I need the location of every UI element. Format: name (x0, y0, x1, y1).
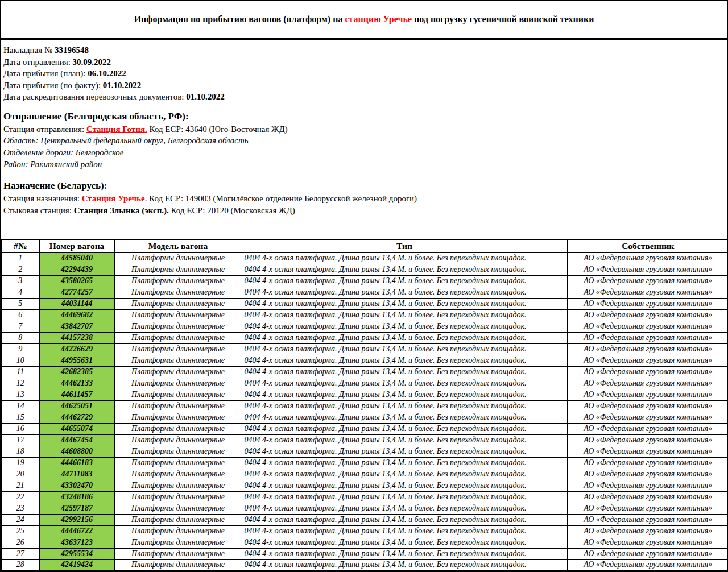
type-cell: 0404 4-х осная платформа. Длина рамы 13,… (242, 309, 567, 321)
model-cell: Платформы длинномерные (114, 389, 242, 400)
row-number-cell: 1 (1, 252, 39, 264)
model-cell: Платформы длинномерные (114, 480, 242, 491)
table-row: 844157238Платформы длинномерные0404 4-х … (1, 332, 728, 343)
row-number-cell: 18 (1, 446, 39, 457)
model-cell: Платформы длинномерные (114, 400, 242, 412)
wagon-number-cell: 42774257 (39, 287, 114, 298)
waybill-number-line: Накладная № 33196548 (3, 44, 725, 56)
document-body: Накладная № 33196548 Дата отправления: 3… (1, 40, 727, 239)
wagon-number-cell: 44462133 (39, 378, 114, 389)
destination-station-link[interactable]: Станция Уречье (82, 194, 145, 203)
type-cell: 0404 4-х осная платформа. Длина рамы 13,… (242, 264, 567, 275)
waybill-number-value: 33196548 (55, 45, 89, 55)
row-number-cell: 6 (1, 309, 39, 321)
model-cell: Платформы длинномерные (114, 264, 242, 275)
row-number-cell: 16 (1, 423, 39, 434)
document-page: Информация по прибытию вагонов (платформ… (0, 0, 728, 572)
wagon-number-cell: 42955534 (39, 548, 114, 559)
model-cell: Платформы длинномерные (114, 355, 242, 366)
uncredit-date-line: Дата раскредитования перевозочных докуме… (3, 91, 725, 103)
departure-district-line: Район: Ракитянский район (3, 159, 725, 171)
title-part1: Информация по прибытию вагонов (платформ… (134, 14, 345, 24)
wagon-number-cell: 43580265 (39, 275, 114, 287)
wagon-number-cell: 44462729 (39, 412, 114, 423)
type-cell: 0404 4-х осная платформа. Длина рамы 13,… (242, 514, 567, 525)
owner-cell: АО «Федеральная грузовая компания» (567, 343, 728, 355)
wagon-number-cell: 44608800 (39, 446, 114, 457)
model-cell: Платформы длинномерные (114, 252, 242, 264)
type-cell: 0404 4-х осная платформа. Длина рамы 13,… (242, 469, 567, 480)
model-cell: Платформы длинномерные (114, 446, 242, 457)
row-number-cell: 10 (1, 355, 39, 366)
departure-branch-line: Отделение дороги: Белгородское (3, 147, 725, 159)
model-cell: Платформы длинномерные (114, 412, 242, 423)
row-number-cell: 23 (1, 503, 39, 514)
row-number-cell: 14 (1, 400, 39, 412)
type-cell: 0404 4-х осная платформа. Длина рамы 13,… (242, 321, 567, 332)
type-cell: 0404 4-х осная платформа. Длина рамы 13,… (242, 434, 567, 446)
row-number-cell: 28 (1, 559, 39, 571)
type-cell: 0404 4-х осная платформа. Длина рамы 13,… (242, 355, 567, 366)
wagon-number-cell: 44585040 (39, 252, 114, 264)
model-cell: Платформы длинномерные (114, 366, 242, 378)
model-cell: Платформы длинномерные (114, 514, 242, 525)
table-row: 2643637123Платформы длинномерные0404 4-х… (1, 537, 728, 548)
departure-station-link[interactable]: Станция Готня. (86, 125, 147, 134)
table-row: 2742955534Платформы длинномерные0404 4-х… (1, 548, 728, 559)
owner-cell: АО «Федеральная грузовая компания» (567, 321, 728, 332)
model-cell: Платформы длинномерные (114, 525, 242, 537)
type-cell: 0404 4-х осная платформа. Длина рамы 13,… (242, 332, 567, 343)
owner-cell: АО «Федеральная грузовая компания» (567, 332, 728, 343)
arrival-plan-value: 06.10.2022 (88, 69, 126, 78)
junction-station-rest: Код ЕСР: 20120 (Московская ЖД) (169, 206, 295, 215)
table-row: 544031144Платформы длинномерные0404 4-х … (1, 298, 728, 309)
row-number-cell: 25 (1, 525, 39, 537)
departure-section-heading: Отправление (Белгородская область, РФ): (3, 110, 725, 123)
table-row: 144585040Платформы длинномерные0404 4-х … (1, 252, 728, 264)
table-row: 1044955631Платформы длинномерные0404 4-х… (1, 355, 728, 366)
wagon-number-cell: 44446722 (39, 525, 114, 537)
table-row: 2442992156Платформы длинномерные0404 4-х… (1, 514, 728, 525)
owner-cell: АО «Федеральная грузовая компания» (567, 378, 728, 389)
type-cell: 0404 4-х осная платформа. Длина рамы 13,… (242, 480, 567, 491)
owner-cell: АО «Федеральная грузовая компания» (567, 287, 728, 298)
model-cell: Платформы длинномерные (114, 298, 242, 309)
junction-station-label: Стыковая станция: (3, 206, 74, 215)
row-number-cell: 8 (1, 332, 39, 343)
row-number-cell: 5 (1, 298, 39, 309)
owner-cell: АО «Федеральная грузовая компания» (567, 309, 728, 321)
owner-cell: АО «Федеральная грузовая компания» (567, 400, 728, 412)
owner-cell: АО «Федеральная грузовая компания» (567, 412, 728, 423)
model-cell: Платформы длинномерные (114, 548, 242, 559)
type-cell: 0404 4-х осная платформа. Длина рамы 13,… (242, 446, 567, 457)
table-row: 1142682385Платформы длинномерные0404 4-х… (1, 366, 728, 378)
type-cell: 0404 4-х осная платформа. Длина рамы 13,… (242, 537, 567, 548)
model-cell: Платформы длинномерные (114, 559, 242, 571)
wagon-number-cell: 44466183 (39, 457, 114, 469)
departure-region-line: Область: Центральный федеральный округ, … (3, 135, 725, 147)
type-cell: 0404 4-х осная платформа. Длина рамы 13,… (242, 389, 567, 400)
junction-station-name: Станция Злынка (эксп.). (74, 206, 169, 215)
type-cell: 0404 4-х осная платформа. Длина рамы 13,… (242, 378, 567, 389)
wagon-number-cell: 42419424 (39, 559, 114, 571)
type-cell: 0404 4-х осная платформа. Длина рамы 13,… (242, 525, 567, 537)
title-station-link[interactable]: станцию Уречье (345, 14, 412, 24)
owner-cell: АО «Федеральная грузовая компания» (567, 298, 728, 309)
header-cell-wagon-number: Номер вагона (39, 239, 114, 252)
header-cell-index: #№ (1, 239, 39, 252)
model-cell: Платформы длинномерные (114, 378, 242, 389)
owner-cell: АО «Федеральная грузовая компания» (567, 480, 728, 491)
owner-cell: АО «Федеральная грузовая компания» (567, 423, 728, 434)
table-row: 1844608800Платформы длинномерные0404 4-х… (1, 446, 728, 457)
waybill-number-label: Накладная № (3, 45, 55, 55)
wagon-table-header: #№ Номер вагона Модель вагона Тип Собств… (1, 239, 728, 252)
table-row: 2243248186Платформы длинномерные0404 4-х… (1, 491, 728, 503)
row-number-cell: 26 (1, 537, 39, 548)
row-number-cell: 22 (1, 491, 39, 503)
type-cell: 0404 4-х осная платформа. Длина рамы 13,… (242, 423, 567, 434)
table-row: 1444625051Платформы длинномерные0404 4-х… (1, 400, 728, 412)
destination-station-label: Станция назначения: (3, 194, 82, 203)
type-cell: 0404 4-х осная платформа. Длина рамы 13,… (242, 548, 567, 559)
row-number-cell: 3 (1, 275, 39, 287)
table-row: 343580265Платформы длинномерные0404 4-х … (1, 275, 728, 287)
